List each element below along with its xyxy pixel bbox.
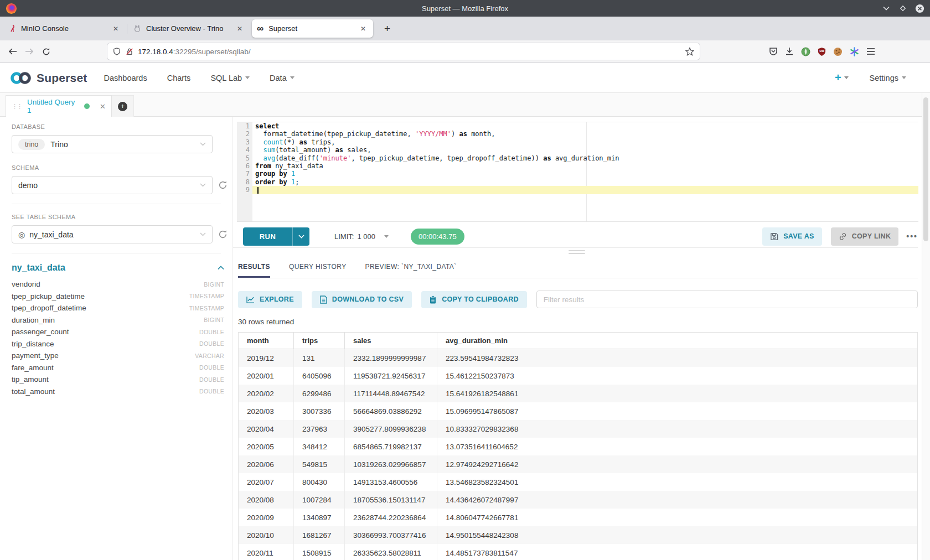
window-maximize-button[interactable] xyxy=(898,3,908,13)
column-row[interactable]: tpep_pickup_datetimeTIMESTAMP xyxy=(12,291,224,303)
bookmark-star-icon[interactable] xyxy=(685,47,694,56)
schema-label: SCHEMA xyxy=(12,164,232,171)
tab-close-icon[interactable]: ✕ xyxy=(235,24,245,34)
hamburger-menu-icon[interactable] xyxy=(866,48,875,55)
superset-brand[interactable]: Superset xyxy=(37,71,87,85)
extension-asterisk-icon[interactable] xyxy=(850,47,859,56)
download-csv-button[interactable]: DOWNLOAD TO CSV xyxy=(312,291,412,308)
table-select[interactable]: ◎ ny_taxi_data xyxy=(12,225,213,243)
run-options-caret[interactable] xyxy=(292,227,309,246)
pocket-icon[interactable] xyxy=(769,47,778,56)
back-button[interactable] xyxy=(4,44,21,59)
lock-disabled-icon[interactable] xyxy=(126,47,133,56)
results-pane: RESULTS QUERY HISTORY PREVIEW: `NY_TAXI_… xyxy=(238,256,918,560)
copy-link-button[interactable]: COPY LINK xyxy=(831,227,899,246)
browser-tab-superset[interactable]: ∞ Superset ✕ xyxy=(252,19,373,38)
filter-results-input[interactable] xyxy=(536,291,918,308)
tab-query-history[interactable]: QUERY HISTORY xyxy=(289,256,347,278)
nav-charts[interactable]: Charts xyxy=(167,74,191,82)
window-minimize-button[interactable] xyxy=(881,3,891,13)
table-cell: 2020/11 xyxy=(239,544,293,560)
table-row[interactable]: 2020/03300733656664869.0388629215.096995… xyxy=(239,402,917,420)
browser-tab-minio[interactable]: MinIO Console ✕ xyxy=(4,19,126,38)
tab-results[interactable]: RESULTS xyxy=(238,256,270,278)
column-type: DOUBLE xyxy=(199,388,224,395)
download-icon[interactable] xyxy=(785,47,794,56)
column-row[interactable]: trip_distanceDOUBLE xyxy=(12,338,224,350)
column-header[interactable]: month xyxy=(239,333,293,349)
table-cell: 10.833327029832368 xyxy=(437,420,917,438)
query-tab-close-icon[interactable]: ✕ xyxy=(100,102,106,111)
cookie-extension-icon[interactable] xyxy=(833,47,843,56)
results-table-header: monthtripssalesavg_duration_min xyxy=(239,332,917,349)
table-row[interactable]: 2020/08100728418705536.15013114714.43642… xyxy=(239,491,917,509)
column-row[interactable]: passenger_countDOUBLE xyxy=(12,326,224,338)
new-item-button[interactable]: + xyxy=(835,71,849,84)
table-row[interactable]: 2019/121312332.1899999999987223.59541984… xyxy=(239,349,917,367)
column-row[interactable]: tpep_dropoff_datetimeTIMESTAMP xyxy=(12,302,224,314)
database-select[interactable]: trino Trino xyxy=(12,135,213,153)
scrollbar-thumb[interactable] xyxy=(923,97,928,241)
query-tab-title[interactable]: Untitled Query 1 xyxy=(27,98,79,115)
refresh-table-icon[interactable] xyxy=(218,230,228,239)
forward-button[interactable] xyxy=(21,44,38,59)
run-button[interactable]: RUN xyxy=(243,227,309,246)
table-row[interactable]: 2020/053484126854865.71998213713.0735164… xyxy=(239,438,917,455)
tab-preview-table[interactable]: PREVIEW: `NY_TAXI_DATA` xyxy=(365,256,457,278)
add-query-tab-button[interactable]: + xyxy=(112,95,134,117)
sql-editor[interactable]: 123456789 select format_datetime(tpep_pi… xyxy=(237,122,918,222)
nav-sql-lab[interactable]: SQL Lab xyxy=(210,74,250,82)
table-row[interactable]: 2020/016405096119538721.9245631715.46122… xyxy=(239,367,917,385)
save-as-button[interactable]: SAVE AS xyxy=(762,227,822,246)
column-type: DOUBLE xyxy=(199,364,224,371)
browser-tab-trino[interactable]: Cluster Overview - Trino ✕ xyxy=(128,19,250,38)
column-row[interactable]: total_amountDOUBLE xyxy=(12,386,224,398)
nav-data[interactable]: Data xyxy=(270,74,294,82)
table-row[interactable]: 2020/0654981510319263.02996685712.974924… xyxy=(239,455,917,473)
table-cell: 26335623.58028811 xyxy=(344,544,437,560)
table-row[interactable]: 2020/10168126730366993.70037741614.95015… xyxy=(239,526,917,544)
table-name-heading[interactable]: ny_taxi_data xyxy=(12,263,65,273)
url-bar[interactable]: 172.18.0.4:32295/superset/sqllab/ xyxy=(107,43,700,60)
column-row[interactable]: vendoridBIGINT xyxy=(12,278,224,291)
table-row[interactable]: 2020/0780043014913153.460055613.54682358… xyxy=(239,473,917,491)
collapse-chevron-up-icon[interactable] xyxy=(218,266,224,270)
column-row[interactable]: fare_amountDOUBLE xyxy=(12,362,224,374)
query-tab[interactable]: ⋮⋮ Untitled Query 1 ✕ xyxy=(6,95,112,117)
tab-close-icon[interactable]: ✕ xyxy=(111,24,121,34)
schema-select[interactable]: demo xyxy=(12,176,213,194)
pane-resize-handle[interactable] xyxy=(569,250,585,256)
nav-dashboards[interactable]: Dashboards xyxy=(104,74,147,82)
file-icon xyxy=(320,295,327,304)
privacy-badger-icon[interactable] xyxy=(801,47,810,56)
more-options-button[interactable]: ••• xyxy=(906,232,918,241)
column-header[interactable]: sales xyxy=(344,333,437,349)
column-row[interactable]: payment_typeVARCHAR xyxy=(12,350,224,362)
table-row[interactable]: 2020/09134089723628744.22023686414.80604… xyxy=(239,509,917,526)
table-cell: 2020/09 xyxy=(239,509,293,526)
tab-close-icon[interactable]: ✕ xyxy=(358,24,368,34)
database-label: DATABASE xyxy=(12,123,232,130)
reload-button[interactable] xyxy=(38,44,54,59)
new-tab-button[interactable]: + xyxy=(381,23,394,35)
line-number: 6 xyxy=(237,162,252,170)
drag-handle-icon[interactable]: ⋮⋮ xyxy=(12,103,22,109)
table-row[interactable]: 2020/026299486117114448.8946754215.64192… xyxy=(239,385,917,402)
explore-button[interactable]: EXPLORE xyxy=(238,291,302,308)
table-row[interactable]: 2020/11150891526335623.5802881114.485173… xyxy=(239,544,917,560)
refresh-schema-icon[interactable] xyxy=(218,180,228,190)
column-header[interactable]: trips xyxy=(293,333,344,349)
limit-dropdown[interactable]: LIMIT: 1 000 xyxy=(334,232,389,241)
ublock-origin-icon[interactable]: UO xyxy=(818,47,826,56)
column-header[interactable]: avg_duration_min xyxy=(437,333,917,349)
page-scrollbar[interactable] xyxy=(922,93,930,560)
shield-icon[interactable] xyxy=(113,47,121,56)
column-row[interactable]: tip_amountDOUBLE xyxy=(12,374,224,386)
window-close-button[interactable] xyxy=(914,3,924,13)
sql-code[interactable]: select format_datetime(tpep_pickup_datet… xyxy=(252,122,918,221)
column-row[interactable]: duration_minBIGINT xyxy=(12,314,224,326)
settings-menu[interactable]: Settings xyxy=(870,74,906,82)
copy-clipboard-button[interactable]: COPY TO CLIPBOARD xyxy=(421,291,527,308)
table-row[interactable]: 2020/042379633905277.809993623810.833327… xyxy=(239,420,917,438)
column-type: DOUBLE xyxy=(199,340,224,347)
